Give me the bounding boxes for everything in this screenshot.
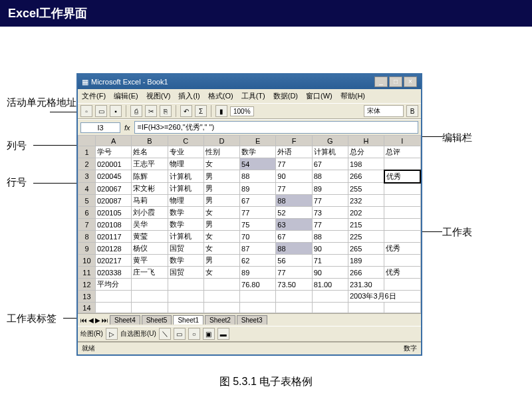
cell[interactable] bbox=[384, 158, 420, 170]
cell[interactable]: 马莉 bbox=[132, 195, 168, 207]
window-titlebar[interactable]: ▦ Microsoft Excel - Book1 _ □ × bbox=[78, 74, 421, 89]
cell[interactable] bbox=[132, 303, 168, 313]
row-header[interactable]: 13 bbox=[78, 291, 96, 303]
maximize-button[interactable]: □ bbox=[389, 76, 402, 87]
cell[interactable]: 计算机 bbox=[312, 146, 348, 158]
cell[interactable]: 232 bbox=[348, 195, 384, 207]
col-header-B[interactable]: B bbox=[132, 136, 168, 146]
row-header[interactable]: 4 bbox=[78, 183, 96, 195]
cell[interactable] bbox=[240, 291, 276, 303]
cell[interactable]: 90 bbox=[276, 170, 312, 183]
cell[interactable]: 90 bbox=[312, 267, 348, 279]
row-header[interactable]: 1 bbox=[78, 146, 96, 158]
cell[interactable] bbox=[276, 291, 312, 303]
table-row[interactable]: 14 bbox=[78, 303, 421, 313]
cell[interactable] bbox=[240, 303, 276, 313]
font-box[interactable]: 宋体 bbox=[364, 105, 404, 117]
cell[interactable]: 总分 bbox=[348, 146, 384, 158]
table-row[interactable]: 7020108吴华数学男756377215 bbox=[78, 219, 421, 231]
cell[interactable] bbox=[168, 291, 203, 303]
menu-data[interactable]: 数据(D) bbox=[272, 90, 299, 102]
formula-input[interactable]: =IF(H3>=260,"优秀"," ") bbox=[134, 121, 418, 134]
menu-edit[interactable]: 编辑(E) bbox=[112, 90, 140, 102]
cell[interactable]: 266 bbox=[348, 170, 384, 183]
pointer-icon[interactable]: ▷ bbox=[106, 328, 118, 340]
cell[interactable]: 性别 bbox=[203, 146, 239, 158]
worksheet-grid[interactable]: A B C D E F G H I 1 学号 姓名 专业 性别 数学 外语 计算… bbox=[78, 135, 421, 313]
cell[interactable]: 76.80 bbox=[240, 279, 276, 291]
col-header-F[interactable]: F bbox=[276, 136, 312, 146]
textbox-icon[interactable]: ▣ bbox=[203, 328, 215, 340]
cell[interactable]: 020067 bbox=[95, 183, 131, 195]
cell[interactable]: 88 bbox=[312, 231, 348, 243]
cell[interactable]: 020128 bbox=[95, 243, 131, 255]
save-icon[interactable]: ▪ bbox=[110, 105, 122, 117]
cell[interactable] bbox=[384, 303, 420, 313]
cell[interactable]: 265 bbox=[348, 243, 384, 255]
cell[interactable]: 198 bbox=[348, 158, 384, 170]
cell[interactable] bbox=[203, 279, 239, 291]
cell[interactable] bbox=[348, 303, 384, 313]
tab-nav-last-icon[interactable]: ⏭ bbox=[102, 317, 108, 324]
line-icon[interactable]: ＼ bbox=[159, 328, 171, 340]
row-header[interactable]: 2 bbox=[78, 158, 96, 170]
select-all[interactable] bbox=[78, 136, 96, 146]
autoshape-menu[interactable]: 自选图形(U) bbox=[120, 329, 156, 338]
sheet-tab[interactable]: Sheet4 bbox=[110, 315, 140, 325]
cell[interactable]: 数学 bbox=[240, 146, 276, 158]
cell[interactable] bbox=[132, 279, 168, 291]
cell[interactable]: 67 bbox=[312, 158, 348, 170]
sheet-tab[interactable]: Sheet2 bbox=[205, 315, 235, 325]
row-header[interactable]: 3 bbox=[78, 170, 96, 183]
cell[interactable]: 77 bbox=[312, 195, 348, 207]
cell[interactable]: 67 bbox=[240, 195, 276, 207]
cell[interactable]: 杨仪 bbox=[132, 243, 168, 255]
cell[interactable]: 女 bbox=[203, 207, 239, 219]
cell[interactable]: 王志平 bbox=[132, 158, 168, 170]
cell[interactable]: 87 bbox=[240, 243, 276, 255]
cell[interactable]: 女 bbox=[203, 158, 239, 170]
cell[interactable]: 266 bbox=[348, 267, 384, 279]
zoom-box[interactable]: 100% bbox=[230, 106, 254, 116]
col-header-A[interactable]: A bbox=[95, 136, 131, 146]
cell[interactable] bbox=[384, 219, 420, 231]
row-header[interactable]: 7 bbox=[78, 219, 96, 231]
table-row[interactable]: 12 平均分 76.80 73.50 81.00 231.30 bbox=[78, 279, 421, 291]
undo-icon[interactable]: ↶ bbox=[180, 105, 192, 117]
cell[interactable]: 黄莹 bbox=[132, 231, 168, 243]
row-header[interactable]: 6 bbox=[78, 207, 96, 219]
cell[interactable]: 男 bbox=[203, 255, 239, 267]
cell[interactable]: 020108 bbox=[95, 219, 131, 231]
cell[interactable]: 52 bbox=[276, 207, 312, 219]
cell[interactable]: 国贸 bbox=[168, 267, 203, 279]
cell[interactable]: 数学 bbox=[168, 219, 203, 231]
cell[interactable]: 73.50 bbox=[276, 279, 312, 291]
cell[interactable]: 89 bbox=[240, 267, 276, 279]
cell[interactable]: 计算机 bbox=[168, 231, 203, 243]
col-header-D[interactable]: D bbox=[203, 136, 239, 146]
cell[interactable]: 吴华 bbox=[132, 219, 168, 231]
tab-nav-next-icon[interactable]: ▶ bbox=[95, 317, 100, 324]
cell[interactable]: 020217 bbox=[95, 255, 131, 267]
cell[interactable]: 67 bbox=[276, 231, 312, 243]
cell[interactable]: 国贸 bbox=[168, 243, 203, 255]
cell[interactable]: 女 bbox=[203, 231, 239, 243]
table-row[interactable]: 1 学号 姓名 专业 性别 数学 外语 计算机 总分 总评 bbox=[78, 146, 421, 158]
cell[interactable]: 计算机 bbox=[168, 183, 203, 195]
menu-tools[interactable]: 工具(T) bbox=[240, 90, 267, 102]
cell[interactable] bbox=[168, 303, 203, 313]
cell[interactable]: 男 bbox=[203, 170, 239, 183]
cell[interactable]: 020117 bbox=[95, 231, 131, 243]
fill-color-icon[interactable]: ▬ bbox=[217, 328, 229, 340]
col-header-C[interactable]: C bbox=[168, 136, 203, 146]
cell[interactable]: 总评 bbox=[384, 146, 420, 158]
cell[interactable]: 89 bbox=[240, 183, 276, 195]
cell[interactable]: 男 bbox=[203, 195, 239, 207]
row-header[interactable]: 12 bbox=[78, 279, 96, 291]
cell[interactable]: 020001 bbox=[95, 158, 131, 170]
cell[interactable] bbox=[95, 303, 131, 313]
cell[interactable]: 数学 bbox=[168, 255, 203, 267]
table-row[interactable]: 9020128杨仪国贸女878890265优秀 bbox=[78, 243, 421, 255]
open-icon[interactable]: ▭ bbox=[95, 105, 107, 117]
name-box[interactable]: I3 bbox=[80, 122, 120, 133]
